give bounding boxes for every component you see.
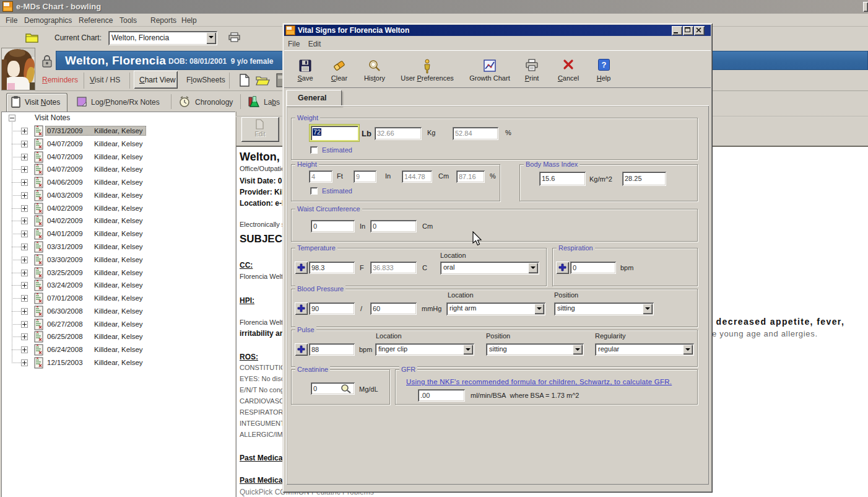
svg-text:?: ?	[601, 60, 606, 69]
